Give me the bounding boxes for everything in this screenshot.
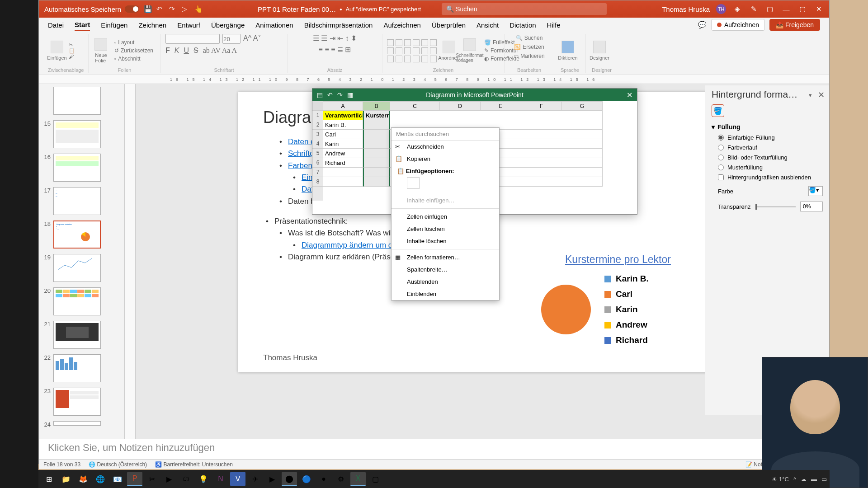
fill-color-picker[interactable]: 🪣▾	[808, 186, 823, 196]
minimize-icon[interactable]: —	[781, 4, 791, 14]
tb-obs[interactable]: ⬤	[282, 472, 297, 486]
tab-record[interactable]: Aufzeichnen	[383, 19, 421, 31]
slide-thumb-22[interactable]	[53, 354, 101, 382]
tb-app4[interactable]: ▶	[264, 472, 280, 486]
pie-chart[interactable]	[541, 285, 591, 334]
menu-column-width[interactable]: Spaltenbreite…	[392, 263, 499, 276]
language-status[interactable]: 🌐 Deutsch (Österreich)	[89, 461, 147, 468]
slide-thumb-23[interactable]	[53, 388, 101, 416]
menu-format-cells[interactable]: ▦Zellen formatieren…	[392, 251, 499, 263]
maximize-icon[interactable]: ▢	[797, 4, 807, 14]
pane-options-icon[interactable]: ▾	[809, 92, 812, 99]
tb-snip[interactable]: ✂	[144, 472, 160, 486]
transparency-slider[interactable]	[755, 206, 796, 207]
slide-thumb-15[interactable]	[53, 120, 101, 148]
slide-counter[interactable]: Folie 18 von 33	[43, 461, 80, 468]
dictate-button[interactable]: Diktieren	[559, 37, 577, 64]
user-name[interactable]: Thomas Hruska	[662, 5, 710, 13]
tb-onenote[interactable]: N	[213, 472, 228, 486]
menu-clear-contents[interactable]: Inhalte löschen	[392, 235, 499, 247]
from-beginning-icon[interactable]: ▷	[182, 5, 190, 13]
menu-copy[interactable]: 📋Kopieren	[392, 153, 499, 165]
font-family[interactable]	[165, 34, 220, 44]
tab-slideshow[interactable]: Bildschirmpräsentation	[304, 19, 373, 31]
paste-option-1[interactable]	[407, 177, 420, 189]
pen-icon[interactable]: ✎	[749, 4, 759, 14]
comments-icon[interactable]: 💬	[698, 21, 707, 29]
slide-thumbnail-panel[interactable]: 15 16 17─── 18Diagramm erstellen• …• … 1…	[39, 84, 125, 439]
redo-icon[interactable]: ↷	[169, 5, 177, 13]
menu-hide[interactable]: Ausblenden	[392, 276, 499, 288]
tray-cloud-icon[interactable]: ☁	[801, 476, 807, 483]
solid-fill-radio[interactable]: Einfarbige Füllung	[718, 134, 823, 141]
weather-widget[interactable]: ☀ 1°C	[772, 476, 788, 483]
menu-delete-cells[interactable]: Zellen löschen	[392, 223, 499, 235]
excel-redo-icon[interactable]: ↷	[337, 91, 343, 99]
tb-telegram[interactable]: ✈	[247, 472, 263, 486]
notes-placeholder[interactable]: Klicken Sie, um Notizen hinzuzufügen	[39, 439, 829, 459]
pattern-fill-radio[interactable]: Musterfüllung	[718, 164, 823, 171]
pane-close-icon[interactable]: ✕	[818, 90, 825, 100]
tb-app2[interactable]: 💡	[196, 472, 211, 486]
tab-review[interactable]: Überprüfen	[432, 19, 466, 31]
slide-thumb-20[interactable]	[53, 287, 101, 315]
record-button[interactable]: Aufzeichnen	[711, 19, 765, 31]
menu-cut[interactable]: ✂Ausschneiden	[392, 141, 499, 153]
shapes-gallery[interactable]	[387, 39, 437, 62]
accessibility-status[interactable]: ♿ Barrierefreiheit: Untersuchen	[155, 461, 233, 468]
replace-button[interactable]: 🔁 Ersetzen	[511, 43, 547, 51]
quickstyles-button[interactable]: Schnellformat vorlagen	[461, 37, 479, 64]
save-icon[interactable]: 💾	[144, 5, 152, 13]
autosave-toggle[interactable]: Automatisches Speichern	[44, 5, 139, 13]
slide-thumb-18[interactable]: Diagramm erstellen• …• …	[53, 221, 101, 249]
column-headers[interactable]: A B C D E F G	[323, 101, 637, 111]
touch-mode-icon[interactable]: 👆	[194, 5, 203, 13]
tab-animations[interactable]: Animationen	[255, 19, 293, 31]
tab-transitions[interactable]: Übergänge	[211, 19, 245, 31]
excel-edit-icon[interactable]: ▦	[347, 91, 353, 99]
tab-help[interactable]: Hilfe	[547, 19, 561, 31]
tb-settings[interactable]: ⚙	[333, 472, 349, 486]
designer-button[interactable]: Designer	[590, 37, 609, 64]
fill-section-header[interactable]: ▾ Füllung	[712, 123, 823, 131]
tab-dictation[interactable]: Dictation	[509, 19, 536, 31]
menu-unhide[interactable]: Einblenden	[392, 288, 499, 300]
slide-thumb-17[interactable]: ───	[53, 187, 101, 215]
tab-home[interactable]: Start	[75, 19, 90, 31]
tb-firefox[interactable]: 🦊	[75, 472, 91, 486]
new-slide-button[interactable]: Neue Folie	[93, 37, 109, 64]
tab-design[interactable]: Entwurf	[177, 19, 200, 31]
tray-battery-icon[interactable]: ▬	[811, 476, 817, 483]
tb-chrome[interactable]: 🌐	[93, 472, 108, 486]
tb-app1[interactable]: 🗂	[179, 472, 194, 486]
tray-chevron-icon[interactable]: ^	[793, 476, 796, 483]
search-input[interactable]: 🔍 Suchen	[442, 3, 607, 15]
tb-app3[interactable]: V	[230, 472, 245, 486]
diamond-icon[interactable]: ◈	[732, 4, 742, 14]
tab-draw[interactable]: Zeichnen	[138, 19, 166, 31]
share-button[interactable]: 📤 Freigeben	[769, 19, 820, 31]
section-button[interactable]: ▫ Abschnitt	[112, 55, 156, 63]
menu-insert-cells[interactable]: Zellen einfügen	[392, 211, 499, 223]
excel-close-icon[interactable]: ✕	[627, 91, 632, 99]
select-button[interactable]: ▭ Markieren	[511, 52, 547, 60]
excel-menu-icon[interactable]: ▤	[317, 91, 323, 99]
tb-app6[interactable]: ●	[316, 472, 331, 486]
row-headers[interactable]: 12345678	[312, 101, 323, 201]
slide-thumb-16[interactable]	[53, 154, 101, 182]
slide-thumb-14[interactable]	[53, 87, 101, 115]
menu-search[interactable]: Menüs durchsuchen	[392, 128, 499, 141]
reset-button[interactable]: ↺ Zurücksetzen	[112, 47, 156, 55]
tab-view[interactable]: Ansicht	[476, 19, 499, 31]
tb-app7[interactable]: ▢	[368, 472, 383, 486]
arrange-button[interactable]: Anordnen	[440, 37, 458, 64]
tb-explorer[interactable]: 📁	[58, 472, 74, 486]
tray-monitor-icon[interactable]: ▭	[821, 476, 827, 483]
slide-thumb-21[interactable]	[53, 321, 101, 349]
picture-fill-radio[interactable]: Bild- oder Texturfüllung	[718, 154, 823, 161]
excel-undo-icon[interactable]: ↶	[327, 91, 333, 99]
slide-thumb-24[interactable]	[53, 421, 101, 426]
gradient-fill-radio[interactable]: Farbverlauf	[718, 144, 823, 151]
close-icon[interactable]: ✕	[814, 4, 824, 14]
layout-button[interactable]: ▫ Layout	[112, 38, 156, 47]
